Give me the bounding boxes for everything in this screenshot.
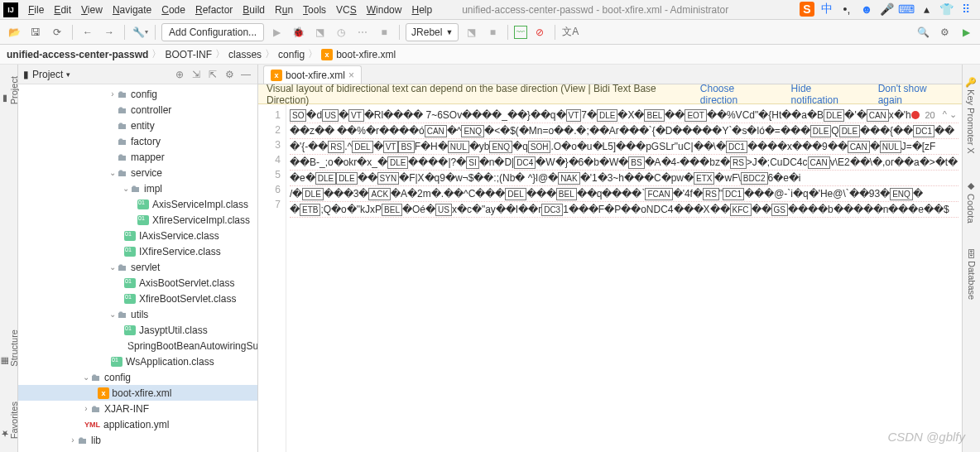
tree-file-bootxfire[interactable]: x boot-xfire.xml (18, 385, 257, 401)
user-icon[interactable]: ☻ (859, 2, 874, 17)
gutter-line-numbers: 1234567 (258, 104, 286, 452)
forward-icon[interactable]: → (100, 23, 118, 41)
menu-edit[interactable]: Edit (49, 2, 76, 17)
tree-folder[interactable]: ⌄🖿config (18, 369, 257, 385)
analyze-icon[interactable]: 〰 (514, 26, 527, 39)
tree-class[interactable]: WsApplication.class (18, 353, 257, 369)
tree-folder[interactable]: 🖿controller (18, 102, 257, 118)
translate-icon[interactable]: 文A (561, 23, 579, 41)
tree-class[interactable]: IAxisService.class (18, 228, 257, 243)
menu-refactor[interactable]: Refactor (190, 2, 238, 17)
back-icon[interactable]: ← (79, 23, 97, 41)
tree-class[interactable]: IXfireService.class (18, 243, 257, 259)
menu-build[interactable]: Build (238, 2, 270, 17)
open-icon[interactable]: 📂 (5, 23, 23, 41)
tool-favorites[interactable]: ★ Favorites (0, 397, 19, 444)
menu-vcs[interactable]: VCS (331, 2, 362, 17)
crumb-1[interactable]: BOOT-INF (165, 49, 212, 60)
tree-folder[interactable]: ⌄🖿utils (18, 306, 257, 322)
menu-code[interactable]: Code (156, 2, 190, 17)
system-tray: S 中 •, ☻ 🎤 ⌨ ▴ 👕 ⠿ (800, 2, 973, 17)
debug-icon[interactable]: 🐞 (289, 23, 307, 41)
add-configuration-button[interactable]: Add Configuration... (161, 23, 264, 41)
menubar: IJ File Edit View Navigate Code Refactor… (0, 0, 980, 20)
refresh-icon[interactable]: ⟳ (48, 23, 66, 41)
hide-notification-link[interactable]: Hide notification (791, 83, 862, 106)
concurrency-icon[interactable]: ⋯ (353, 23, 372, 41)
run-icon[interactable]: ▶ (267, 23, 286, 41)
tree-class[interactable]: AxisBootServlet.class (18, 275, 257, 291)
project-panel-header: ▮ Project ▾ ⊕ ⇲ ⇱ ⚙ — (18, 65, 257, 84)
tree-class[interactable]: AxisServiceImpl.class (18, 196, 257, 212)
tool-structure[interactable]: ▦ Structure (0, 325, 19, 372)
editor-area: x boot-xfire.xml × Visual layout of bidi… (258, 65, 962, 452)
tree-file[interactable]: ≡classpath.idx (18, 448, 257, 452)
menu-view[interactable]: View (76, 2, 108, 17)
jrebel-dropdown[interactable]: JRebel▼ (406, 23, 459, 41)
profile-icon[interactable]: ◷ (332, 23, 350, 41)
jrebel-stop-icon[interactable]: ■ (483, 23, 502, 41)
search-icon[interactable]: 🔍 (914, 23, 932, 41)
project-panel: ▮ Project ▾ ⊕ ⇲ ⇱ ⚙ — ›🖿config 🖿controll… (18, 65, 258, 452)
tree-class[interactable]: XfireBootServlet.class (18, 291, 257, 306)
crumb-2[interactable]: classes (228, 49, 262, 60)
menu-tools[interactable]: Tools (298, 2, 331, 17)
code-editor[interactable]: 20 ^ ⌄ 1234567 SO�dUS�VT�Rl���� 7~6SOv��… (258, 104, 962, 452)
save-icon[interactable]: 🖫 (26, 23, 45, 41)
project-panel-title[interactable]: ▮ Project ▾ (23, 69, 70, 80)
tree-folder[interactable]: ⌄🖿servlet (18, 259, 257, 275)
main-toolbar: 📂 🖫 ⟳ ← → 🔧▾ Add Configuration... ▶ 🐞 ⬔ … (0, 20, 980, 45)
project-tree[interactable]: ›🖿config 🖿controller 🖿entity 🖿factory 🖿m… (18, 84, 257, 452)
keyboard-icon[interactable]: ⌨ (899, 2, 914, 17)
mic-icon[interactable]: 🎤 (879, 2, 894, 17)
menu-navigate[interactable]: Navigate (108, 2, 156, 17)
tree-folder[interactable]: ›🖿XJAR-INF (18, 401, 257, 416)
editor-tab[interactable]: x boot-xfire.xml × (263, 65, 362, 84)
settings-icon[interactable]: ⚙ (935, 23, 954, 41)
select-opened-icon[interactable]: ⊕ (173, 69, 186, 80)
tree-folder[interactable]: 🖿entity (18, 118, 257, 133)
tree-folder[interactable]: 🖿factory (18, 133, 257, 149)
tree-class[interactable]: XfireServiceImpl.class (18, 212, 257, 228)
tree-folder[interactable]: ⌄🖿service (18, 165, 257, 180)
menu-file[interactable]: File (23, 2, 49, 17)
tool-keypromoter[interactable]: 🔑 Key Promoter X (966, 71, 977, 159)
tree-folder[interactable]: ⌄🖿impl (18, 180, 257, 196)
stop-red-icon[interactable]: ⊘ (531, 23, 549, 41)
tree-file[interactable]: YMLapplication.yml (18, 416, 257, 432)
crumb-file[interactable]: boot-xfire.xml (336, 49, 396, 60)
tree-class[interactable]: SpringBootBeanAutowiringSupport.class (18, 338, 257, 353)
menu-run[interactable]: Run (270, 2, 298, 17)
sogou-ime-icon[interactable]: S (800, 2, 814, 17)
close-tab-icon[interactable]: × (348, 70, 354, 81)
tree-folder[interactable]: ›🖿lib (18, 432, 257, 448)
tray-icon[interactable]: •, (839, 2, 854, 17)
jrebel-run-icon[interactable]: ⬔ (462, 23, 480, 41)
tool-database[interactable]: 🗄 Database (967, 244, 977, 305)
panel-settings-icon[interactable]: ⚙ (223, 69, 236, 80)
shirt-icon[interactable]: 👕 (939, 2, 954, 17)
error-indicator[interactable]: 20 ^ ⌄ (911, 109, 957, 120)
ime-lang-icon[interactable]: 中 (819, 2, 834, 17)
choose-direction-link[interactable]: Choose direction (700, 83, 775, 106)
coverage-icon[interactable]: ⬔ (310, 23, 329, 41)
tray-icon2[interactable]: ▴ (919, 2, 934, 17)
jrebel-logo-icon[interactable]: ▶ (957, 23, 975, 41)
grid-icon[interactable]: ⠿ (958, 2, 973, 17)
tree-folder[interactable]: ›🖿config (18, 86, 257, 102)
crumb-root[interactable]: unified-access-center-passwd (7, 49, 148, 60)
hammer-icon[interactable]: 🔧▾ (131, 23, 149, 41)
collapse-icon[interactable]: ⇱ (206, 69, 219, 80)
hide-panel-icon[interactable]: — (239, 69, 252, 80)
menu-help[interactable]: Help (406, 2, 437, 17)
expand-icon[interactable]: ⇲ (190, 69, 203, 80)
tool-codota[interactable]: ◆ Codota (966, 176, 977, 228)
tool-project[interactable]: ▮ Project (0, 71, 19, 109)
tree-folder[interactable]: 🖿mapper (18, 149, 257, 165)
stop-icon[interactable]: ■ (375, 23, 393, 41)
crumb-3[interactable]: config (278, 49, 305, 60)
menu-window[interactable]: Window (362, 2, 407, 17)
dont-show-again-link[interactable]: Don't show again (878, 83, 954, 106)
tree-class[interactable]: JasyptUtil.class (18, 322, 257, 338)
code-content[interactable]: SO�dUS�VT�Rl���� 7~6SOv����_��}��q�VT7�D… (286, 104, 962, 452)
